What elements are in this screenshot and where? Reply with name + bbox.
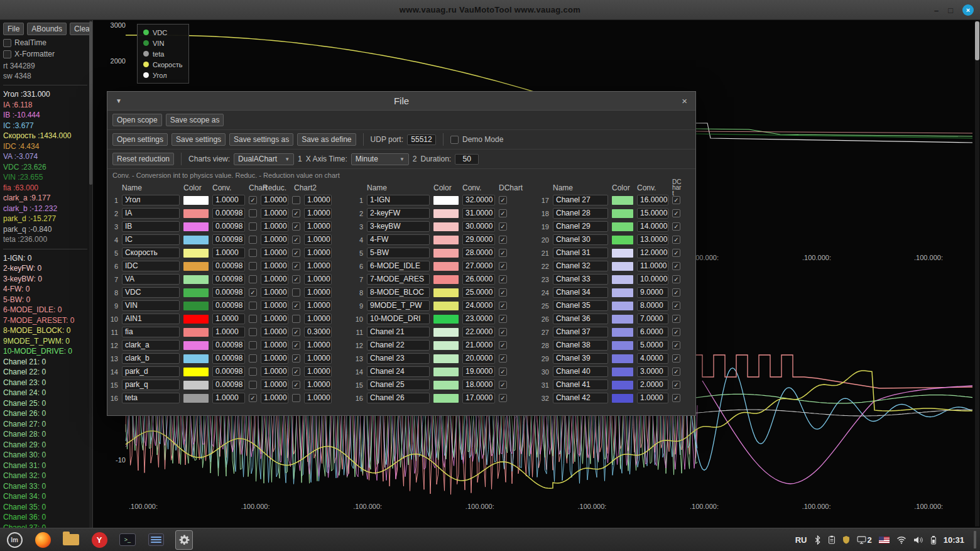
color-swatch[interactable]	[612, 368, 633, 376]
chart-checkbox[interactable]: ✓	[672, 288, 680, 297]
conv-field[interactable]: 13.0000	[637, 234, 668, 245]
dialog-close-icon[interactable]: ×	[682, 96, 687, 106]
chart-checkbox[interactable]: ✓	[499, 302, 507, 310]
chart2-scale-field[interactable]: 1.0000	[304, 300, 332, 311]
chart-checkbox[interactable]: ✓	[499, 381, 507, 389]
reduc-field[interactable]: 1.0000	[261, 261, 288, 271]
chart-checkbox[interactable]	[249, 236, 257, 244]
name-field[interactable]: Chanel 32	[553, 261, 608, 271]
chart-checkbox[interactable]	[249, 368, 257, 376]
color-swatch[interactable]	[433, 275, 459, 284]
mint-menu-icon[interactable]: lm	[6, 531, 23, 548]
chart-checkbox[interactable]	[249, 262, 257, 270]
conv-field[interactable]: 0.00098	[212, 300, 245, 311]
name-field[interactable]: clark_b	[122, 353, 180, 364]
chart-checkbox[interactable]: ✓	[499, 196, 507, 204]
reset-reduction-button[interactable]: Reset reduction	[112, 153, 174, 165]
reduc-field[interactable]: 1.0000	[261, 234, 288, 245]
color-swatch[interactable]	[433, 222, 459, 231]
reduc-field[interactable]: 1.0000	[261, 393, 288, 403]
color-swatch[interactable]	[612, 236, 633, 244]
color-swatch[interactable]	[433, 209, 459, 218]
color-swatch[interactable]	[433, 368, 459, 376]
name-field[interactable]: Chanel 39	[553, 353, 608, 364]
chart-checkbox[interactable]: ✓	[292, 341, 300, 349]
reduc-field[interactable]: 1.0000	[261, 248, 288, 258]
name-field[interactable]: 4-FW	[367, 234, 430, 245]
name-field[interactable]: VDC	[122, 287, 180, 298]
name-field[interactable]: 3-keyBW	[367, 221, 430, 232]
conv-field[interactable]: 21.0000	[462, 340, 495, 351]
conv-field[interactable]: 14.0000	[637, 221, 668, 232]
reduc-field[interactable]: 1.0000	[261, 327, 288, 337]
color-swatch[interactable]	[183, 302, 209, 310]
color-swatch[interactable]	[183, 196, 209, 205]
name-field[interactable]: 5-BW	[367, 248, 430, 258]
conv-field[interactable]: 3.0000	[637, 366, 668, 377]
chart-checkbox[interactable]: ✓	[499, 249, 507, 257]
color-swatch[interactable]	[433, 328, 459, 337]
name-field[interactable]: park_q	[122, 379, 180, 390]
conv-field[interactable]: 0.00098	[212, 234, 245, 245]
conv-field[interactable]: 15.0000	[637, 208, 668, 219]
conv-field[interactable]: 11.0000	[637, 261, 668, 271]
reduc-field[interactable]: 1.0000	[261, 274, 288, 285]
name-field[interactable]: IA	[122, 208, 180, 219]
chart-checkbox[interactable]: ✓	[672, 328, 680, 336]
save-settings-button[interactable]: Save settings	[172, 133, 226, 146]
chart2-scale-field[interactable]: 1.0000	[304, 221, 332, 232]
conv-field[interactable]: 17.0000	[462, 393, 495, 403]
name-field[interactable]: Chanel 34	[553, 287, 608, 298]
color-swatch[interactable]	[433, 315, 459, 324]
conv-field[interactable]: 1.0000	[212, 248, 245, 258]
maximize-button[interactable]: □	[948, 6, 953, 14]
chart-checkbox[interactable]: ✓	[672, 341, 680, 349]
chart-checkbox[interactable]	[292, 394, 300, 402]
clipboard-icon[interactable]	[828, 535, 836, 544]
chart2-scale-field[interactable]: 1.0000	[304, 379, 332, 390]
chart-checkbox[interactable]: ✓	[499, 262, 507, 270]
demo-mode-checkbox[interactable]	[450, 136, 459, 144]
chart-checkbox[interactable]: ✓	[672, 354, 680, 363]
chart2-scale-field[interactable]: 1.0000	[304, 314, 332, 324]
keyboard-layout-indicator[interactable]: RU	[795, 535, 807, 545]
chart2-scale-field[interactable]: 1.0000	[304, 393, 332, 403]
media-app-icon[interactable]: Y	[90, 531, 108, 548]
conv-field[interactable]: 1.0000	[212, 195, 245, 205]
chart-checkbox[interactable]	[249, 249, 257, 257]
conv-field[interactable]: 29.0000	[462, 234, 495, 245]
chart2-scale-field[interactable]: 1.0000	[304, 353, 332, 364]
chart-checkbox[interactable]: ✓	[292, 368, 300, 376]
conv-field[interactable]: 1.0000	[212, 314, 245, 324]
udp-port-input[interactable]: 55512	[407, 134, 436, 145]
name-field[interactable]: Chanel 22	[367, 340, 430, 351]
name-field[interactable]: park_d	[122, 366, 180, 377]
chart-checkbox[interactable]	[292, 315, 300, 323]
conv-field[interactable]: 31.0000	[462, 208, 495, 219]
chart-checkbox[interactable]: ✓	[672, 249, 680, 257]
color-swatch[interactable]	[183, 249, 209, 258]
conv-field[interactable]: 20.0000	[462, 353, 495, 364]
reduc-field[interactable]: 1.0000	[261, 221, 288, 232]
sidebar-button-file[interactable]: File	[3, 23, 24, 35]
color-swatch[interactable]	[183, 368, 209, 376]
duration-input[interactable]: 50	[455, 154, 479, 165]
conv-field[interactable]: 24.0000	[462, 300, 495, 311]
conv-field[interactable]: 25.0000	[462, 287, 495, 298]
color-swatch[interactable]	[612, 315, 633, 324]
conv-field[interactable]: 9.0000	[637, 287, 668, 298]
name-field[interactable]: Chanel 26	[367, 393, 430, 403]
chart-checkbox[interactable]: ✓	[672, 302, 680, 310]
volume-icon[interactable]	[913, 536, 923, 544]
conv-field[interactable]: 0.00098	[212, 366, 245, 377]
chart-checkbox[interactable]	[249, 209, 257, 217]
name-field[interactable]: IC	[122, 234, 180, 245]
conv-field[interactable]: 0.00098	[212, 208, 245, 219]
chart-checkbox[interactable]: ✓	[249, 394, 257, 402]
reduc-field[interactable]: 1.0000	[261, 379, 288, 390]
name-field[interactable]: Chanel 42	[553, 393, 608, 403]
color-swatch[interactable]	[612, 302, 633, 310]
name-field[interactable]: 10-MODE_DRI	[367, 314, 430, 324]
name-field[interactable]: 8-MODE_BLOC	[367, 287, 430, 298]
name-field[interactable]: teta	[122, 393, 180, 403]
